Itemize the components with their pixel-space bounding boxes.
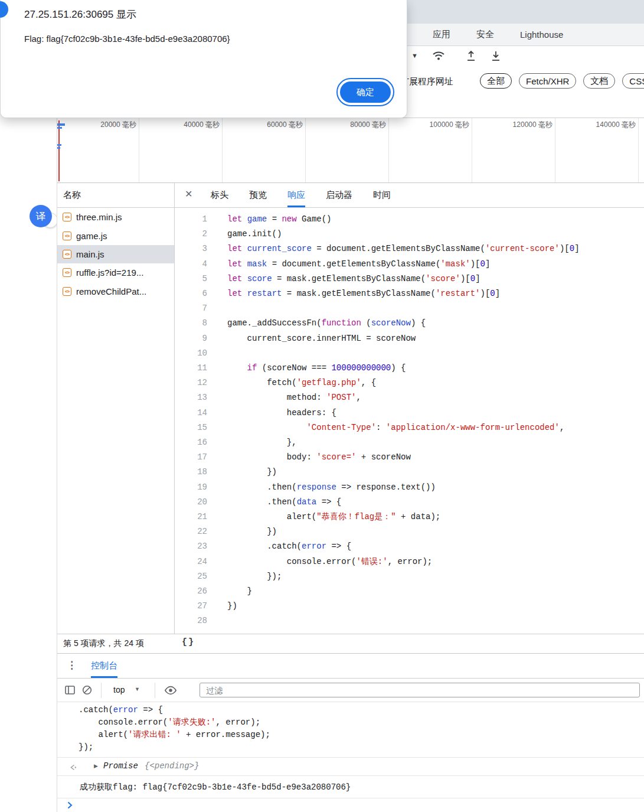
request-row-game-js[interactable]: <>game.js <box>57 226 174 244</box>
panel-tab-安全[interactable]: 安全 <box>476 29 494 40</box>
chevron-down-icon[interactable]: ▼ <box>411 52 418 59</box>
console-filter-input[interactable] <box>200 683 640 697</box>
request-row-removeChildPat-[interactable]: <>removeChildPat... <box>57 282 174 301</box>
alert-dialog-message: Flag: flag{7cf02c9b-3b1e-43fe-bd5d-e9e3a… <box>24 34 230 44</box>
code-line: 17 body: 'score=' + scoreNow <box>175 450 644 465</box>
code-line: 15 'Content-Type': 'application/x-www-fo… <box>175 420 644 435</box>
request-list: <>three.min.js<>game.js<>main.js<>ruffle… <box>57 208 174 301</box>
line-number: 10 <box>175 346 207 361</box>
type-filter-Fetch/XHR[interactable]: Fetch/XHR <box>519 73 576 89</box>
code-line: 23 .catch(error => { <box>175 539 644 554</box>
line-number: 9 <box>175 331 207 346</box>
js-file-icon: <> <box>63 287 71 296</box>
ok-button-focus-ring: 确定 <box>336 78 394 106</box>
alert-dialog: 27.25.151.26:30695 显示 Flag: flag{7cf02c9… <box>0 0 407 118</box>
line-number: 28 <box>175 614 207 628</box>
alert-dialog-title: 27.25.151.26:30695 显示 <box>24 8 136 21</box>
timeline-activity-bar <box>57 123 65 126</box>
timeline-tick-label: 80000 毫秒 <box>321 120 386 130</box>
code-line: 9 current_score.innerHTML = scoreNow <box>175 331 644 346</box>
type-filter-CSS[interactable]: CSS <box>622 73 644 89</box>
request-name: main.js <box>76 249 104 259</box>
expand-triangle-icon[interactable]: ▶ <box>94 763 98 769</box>
request-row-main-js[interactable]: <>main.js <box>57 245 174 263</box>
line-number: 2 <box>175 227 207 242</box>
type-filter-文档[interactable]: 文档 <box>583 73 615 89</box>
line-number: 13 <box>175 390 207 405</box>
line-number: 4 <box>175 257 207 272</box>
detail-tab-标头[interactable]: 标头 <box>211 183 228 207</box>
request-summary: 第 5 项请求，共 24 项 <box>63 638 144 649</box>
line-number: 15 <box>175 420 207 435</box>
network-status-bar: 第 5 项请求，共 24 项 {} <box>57 634 644 654</box>
detail-tab-启动器[interactable]: 启动器 <box>326 183 352 207</box>
request-row-ruffle-js-id-219-[interactable]: <>ruffle.js?id=219... <box>57 263 174 282</box>
request-row-three-min-js[interactable]: <>three.min.js <box>57 208 174 226</box>
timeline-gridline <box>388 118 389 182</box>
clear-console-icon[interactable] <box>82 685 92 697</box>
line-number: 3 <box>175 242 207 256</box>
code-line: 8game._addSuccessFn(function (scoreNow) … <box>175 316 644 331</box>
line-number: 26 <box>175 584 207 599</box>
line-number: 25 <box>175 569 207 584</box>
line-number: 27 <box>175 599 207 614</box>
code-line: 1let game = new Game() <box>175 212 644 227</box>
panel-tab-应用[interactable]: 应用 <box>433 29 450 40</box>
timeline-gridline <box>472 118 472 182</box>
export-har-icon[interactable] <box>466 50 476 64</box>
console-toolbar: top ▼ <box>57 679 644 702</box>
translate-icon: 译 <box>30 205 52 227</box>
detail-tab-响应[interactable]: 响应 <box>287 183 305 207</box>
console-echo-line: alert('请求出错: ' + error.message); <box>79 729 644 741</box>
code-line: 28 <box>175 614 644 628</box>
tab-console[interactable]: 控制台 <box>91 654 117 678</box>
timeline-gridline <box>222 118 223 182</box>
console-sidebar-icon[interactable] <box>65 686 75 697</box>
code-line: 10 <box>175 346 644 361</box>
live-expression-eye-icon[interactable] <box>164 686 177 697</box>
code-line: 22 }) <box>175 524 644 539</box>
code-line: 18 }) <box>175 465 644 480</box>
format-code-button[interactable]: {} <box>182 637 195 647</box>
timeline-tick-label: 120000 毫秒 <box>488 120 553 130</box>
code-line: 12 fetch('getflag.php', { <box>175 376 644 390</box>
request-name: three.min.js <box>76 212 122 222</box>
promise-class-name: Promise <box>103 761 138 771</box>
detail-tab-时间[interactable]: 时间 <box>373 183 391 207</box>
close-icon[interactable]: ✕ <box>185 190 192 199</box>
timeline-overview[interactable]: 20000 毫秒40000 毫秒60000 毫秒80000 毫秒100000 毫… <box>57 118 644 183</box>
line-number: 22 <box>175 524 207 539</box>
code-line: 13 method: 'POST', <box>175 390 644 405</box>
console-echo-line: }); <box>79 741 644 754</box>
sidebar-divider[interactable] <box>174 183 175 654</box>
ok-button[interactable]: 确定 <box>340 81 391 103</box>
network-throttling-icon[interactable] <box>431 50 446 64</box>
console-prompt[interactable] <box>57 798 644 812</box>
import-har-icon[interactable] <box>491 50 501 64</box>
line-number: 21 <box>175 510 207 524</box>
translate-badge[interactable]: 译 <box>30 205 58 231</box>
kebab-menu-icon[interactable]: ⋮ <box>67 659 77 671</box>
chevron-down-icon[interactable]: ▼ <box>135 686 140 692</box>
code-line: 3let current_score = document.getElement… <box>175 242 644 256</box>
js-file-icon: <> <box>63 213 71 221</box>
panel-tab-Lighthouse[interactable]: Lighthouse <box>520 30 563 40</box>
console-result-row[interactable]: ▶ Promise {<pending>} <box>57 758 644 776</box>
timeline-gridline <box>139 118 139 182</box>
type-filter-全部[interactable]: 全部 <box>480 73 512 89</box>
name-column-header[interactable]: 名称 <box>57 183 174 208</box>
code-line: 16 }, <box>175 435 644 450</box>
console-echo: .catch(error => { console.error('请求失败:',… <box>57 703 644 758</box>
devtools-window: 应用安全Lighthouse ▼ 隐藏扩展程序网址 全部Fetch/XHR文档C… <box>0 0 644 812</box>
console-echo-line: .catch(error => { <box>79 704 644 716</box>
timeline-load-marker <box>58 120 60 181</box>
timeline-tick-label: 20000 毫秒 <box>71 120 136 130</box>
timeline-tick-label: 40000 毫秒 <box>155 120 220 130</box>
timeline-tick-label: 60000 毫秒 <box>238 120 303 130</box>
request-name: game.js <box>76 231 107 241</box>
console-echo-line: console.error('请求失败:', error); <box>79 716 644 729</box>
code-line: 2game.init() <box>175 227 644 242</box>
detail-tab-预览[interactable]: 预览 <box>249 183 267 207</box>
timeline-tick-label: 100000 毫秒 <box>404 120 469 130</box>
context-selector[interactable]: top <box>113 685 125 694</box>
